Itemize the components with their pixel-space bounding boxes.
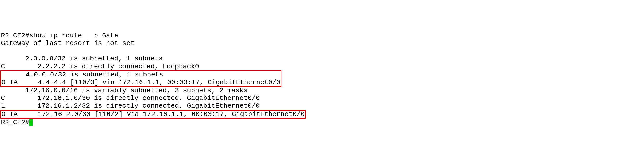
end-prompt: R2_CE2# (1, 119, 29, 126)
route-header-2: 4.0.0.0/32 is subnetted, 1 subnets (2, 71, 280, 79)
route-entry-5: O IA 172.16.2.0/30 [110/2] via 172.16.1.… (2, 111, 305, 118)
route-entry-1: C 2.2.2.2 is directly connected, Loopbac… (1, 63, 643, 71)
route-header-3: 172.16.0.0/16 is variably subnetted, 3 s… (1, 87, 643, 94)
route-entry-2: O IA 4.4.4.4 [110/3] via 172.16.1.1, 00:… (2, 79, 280, 86)
route-entry-4: L 172.16.1.2/32 is directly connected, G… (1, 102, 643, 110)
gateway-line: Gateway of last resort is not set (1, 40, 643, 47)
prompt-line: R2_CE2#show ip route | b Gate (1, 32, 643, 40)
highlighted-route-block-1: 4.0.0.0/32 is subnetted, 1 subnetsO IA 4… (0, 71, 281, 87)
route-entry-3: C 172.16.1.0/30 is directly connected, G… (1, 94, 643, 102)
route-header-1: 2.0.0.0/32 is subnetted, 1 subnets (1, 55, 643, 63)
highlighted-route-block-2: O IA 172.16.2.0/30 [110/2] via 172.16.1.… (0, 110, 306, 119)
terminal-cursor[interactable] (29, 119, 33, 126)
